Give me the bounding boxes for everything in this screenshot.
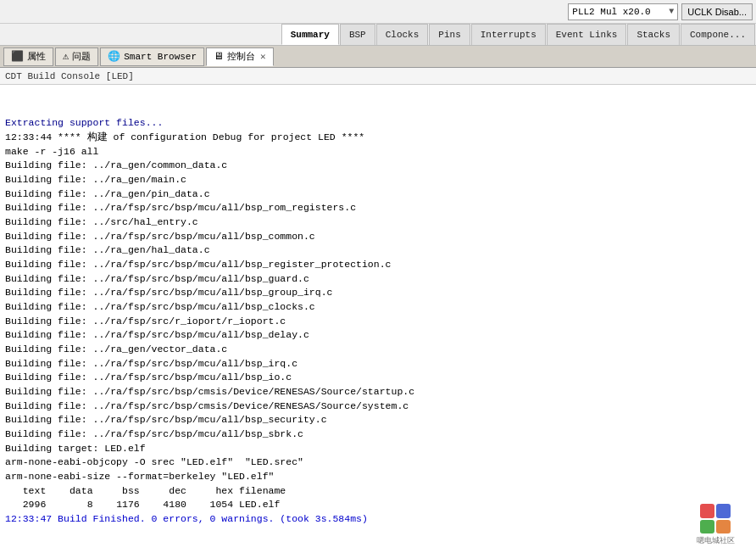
- console-line: arm-none-eabi-objcopy -O srec "LED.elf" …: [5, 455, 751, 470]
- tab-properties-label: 属性: [27, 50, 46, 63]
- close-console-icon[interactable]: ✕: [260, 51, 266, 62]
- watermark-text: 嗯电城社区: [697, 535, 735, 546]
- wm-cell-2: [716, 504, 731, 518]
- wm-cell-4: [716, 520, 731, 534]
- console-header: CDT Build Console [LED]: [0, 68, 756, 85]
- console-line: Building file: ../ra/fsp/src/bsp/cmsis/D…: [5, 385, 751, 399]
- console-line: make -r -j16 all: [5, 145, 751, 159]
- console-line: Building file: ../ra/fsp/src/bsp/mcu/all…: [5, 201, 751, 215]
- config-tabs: Summary BSP Clocks Pins Interrupts Event…: [281, 24, 756, 45]
- console-line: text data bss dec hex filename: [5, 484, 751, 499]
- properties-icon: ⬛: [11, 50, 24, 63]
- console-line: Building file: ../ra/fsp/src/r_ioport/r_…: [5, 315, 751, 329]
- console-line: Building file: ../ra_gen/common_data.c: [5, 159, 751, 173]
- watermark: 嗯电城社区: [681, 504, 749, 546]
- wm-cell-3: [700, 520, 714, 534]
- pll-label: PLL2 Mul x20.0: [572, 7, 650, 17]
- watermark-logo: [700, 504, 731, 533]
- console-line: Building file: ../ra_gen/main.c: [5, 173, 751, 187]
- wm-cell-1: [700, 504, 714, 518]
- tab-interrupts[interactable]: Interrupts: [471, 24, 546, 45]
- tab-smart-browser-label: Smart Browser: [124, 52, 197, 62]
- console-line: Building target: LED.elf: [5, 442, 751, 456]
- console-panel: CDT Build Console [LED] Extracting suppo…: [0, 68, 756, 553]
- console-line: Building file: ../ra/fsp/src/bsp/cmsis/D…: [5, 399, 751, 414]
- console-line: Building file: ../ra/fsp/src/bsp/mcu/all…: [5, 258, 751, 272]
- console-icon: 🖥: [214, 50, 224, 63]
- tab-smart-browser[interactable]: 🌐 Smart Browser: [100, 47, 204, 66]
- console-line: Building file: ../ra/fsp/src/bsp/mcu/all…: [5, 286, 751, 300]
- tab-summary[interactable]: Summary: [281, 24, 339, 45]
- tab-stacks[interactable]: Stacks: [627, 24, 680, 45]
- console-line: Building file: ../ra_gen/pin_data.c: [5, 187, 751, 202]
- tab-console-label: 控制台: [227, 50, 255, 63]
- tab-pins[interactable]: Pins: [429, 24, 470, 45]
- tab-properties[interactable]: ⬛ 属性: [3, 47, 53, 66]
- console-line: Building file: ../ra_gen/hal_data.c: [5, 243, 751, 258]
- pll-dropdown[interactable]: PLL2 Mul x20.0 ▼: [568, 3, 678, 20]
- console-line: Building file: ../ra_gen/vector_data.c: [5, 343, 751, 357]
- tab-clocks[interactable]: Clocks: [376, 24, 429, 45]
- console-line: Building file: ../src/hal_entry.c: [5, 215, 751, 230]
- console-line: Building file: ../ra/fsp/src/bsp/mcu/all…: [5, 427, 751, 442]
- console-line: Building file: ../ra/fsp/src/bsp/mcu/all…: [5, 371, 751, 385]
- top-toolbar: PLL2 Mul x20.0 ▼ UCLK Disab...: [0, 0, 756, 24]
- console-line: Extracting support files...: [5, 116, 751, 131]
- tab-components[interactable]: Compone...: [681, 24, 755, 45]
- console-line: Building file: ../ra/fsp/src/bsp/mcu/all…: [5, 357, 751, 371]
- tab-event-links[interactable]: Event Links: [547, 24, 627, 45]
- problems-icon: ⚠: [63, 50, 69, 63]
- console-line: Building file: ../ra/fsp/src/bsp/mcu/all…: [5, 272, 751, 287]
- uclk-button[interactable]: UCLK Disab...: [681, 3, 753, 20]
- console-line: arm-none-eabi-size --format=berkeley "LE…: [5, 470, 751, 484]
- console-line: Building file: ../ra/fsp/src/bsp/mcu/all…: [5, 300, 751, 315]
- tab-console[interactable]: 🖥 控制台 ✕: [206, 47, 274, 66]
- console-line: Building file: ../ra/fsp/src/bsp/mcu/all…: [5, 328, 751, 343]
- tab-problems-label: 问题: [72, 50, 91, 63]
- console-output[interactable]: Extracting support files...12:33:44 ****…: [0, 85, 756, 553]
- console-line: Building file: ../ra/fsp/src/bsp/mcu/all…: [5, 413, 751, 427]
- tab-problems[interactable]: ⚠ 问题: [55, 47, 98, 66]
- dropdown-arrow-icon: ▼: [669, 7, 674, 16]
- console-line: 12:33:44 **** 构建 of configuration Debug …: [5, 131, 751, 145]
- smart-browser-icon: 🌐: [108, 50, 120, 63]
- console-line: 12:33:47 Build Finished. 0 errors, 0 war…: [5, 512, 751, 527]
- config-tab-bar: Summary BSP Clocks Pins Interrupts Event…: [0, 24, 756, 46]
- console-line: Building file: ../ra/fsp/src/bsp/mcu/all…: [5, 230, 751, 244]
- console-line: 2996 8 1176 4180 1054 LED.elf: [5, 498, 751, 512]
- ide-tab-bar: ⬛ 属性 ⚠ 问题 🌐 Smart Browser 🖥 控制台 ✕: [0, 46, 756, 68]
- tab-bsp[interactable]: BSP: [340, 24, 375, 45]
